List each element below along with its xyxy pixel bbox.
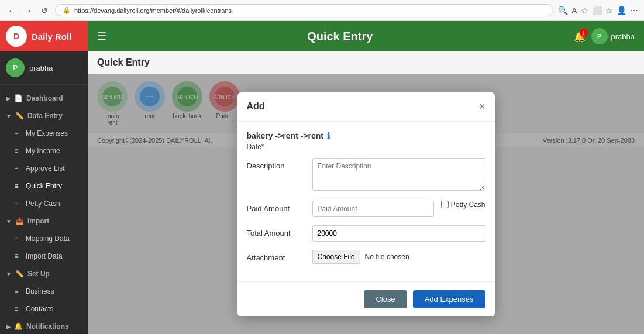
paid-amount-control xyxy=(312,201,434,217)
page-title: Quick Entry xyxy=(97,57,635,68)
sidebar-sub-data-entry: ≡ My Expenses ≡ My Income ≡ Approve List… xyxy=(0,125,88,212)
dialog-breadcrumb: bakery ->rent ->rent ℹ xyxy=(247,131,485,140)
header-right: 🔔 1 P prabha xyxy=(574,28,635,44)
header-username: prabha xyxy=(611,32,635,41)
menu-icon[interactable]: ⋯ xyxy=(630,6,638,15)
list-icon2: ≡ xyxy=(12,147,21,155)
info-icon[interactable]: ℹ xyxy=(327,131,330,140)
list-icon9: ≡ xyxy=(12,305,21,313)
paid-amount-label: Paid Amount xyxy=(247,201,305,213)
description-input[interactable] xyxy=(312,158,485,191)
total-amount-control xyxy=(312,225,485,242)
notification-badge: 1 xyxy=(580,29,588,37)
attachment-row: Choose File No file chosen xyxy=(312,250,409,264)
sidebar-item-my-income[interactable]: ≡ My Income xyxy=(5,142,88,160)
sidebar-item-business[interactable]: ≡ Business xyxy=(5,283,88,300)
list-icon3: ≡ xyxy=(12,164,21,173)
notification-icon: 🔔 xyxy=(14,322,23,330)
description-control xyxy=(312,158,485,192)
sidebar-group-data-entry[interactable]: ▼ ✏️ Data Entry xyxy=(0,107,88,125)
date-label: Date* xyxy=(247,143,485,151)
sidebar-item-contacts[interactable]: ≡ Contacts xyxy=(5,300,88,318)
sidebar-label-approve-list: Approve List xyxy=(26,164,65,173)
header-notification[interactable]: 🔔 1 xyxy=(574,31,586,42)
total-amount-label: Total Amount xyxy=(247,225,305,237)
user-avatar: P xyxy=(6,58,25,77)
sidebar-item-import-data[interactable]: ≡ Import Data xyxy=(5,247,88,265)
add-expenses-button[interactable]: Add Expenses xyxy=(413,290,485,308)
header-menu-icon[interactable]: ☰ xyxy=(97,30,106,43)
sidebar-item-quick-entry[interactable]: ≡ Quick Entry xyxy=(5,177,88,195)
petty-cash-label[interactable]: Petty Cash xyxy=(441,201,485,209)
dialog-close-button[interactable]: × xyxy=(479,101,485,113)
page-header: Quick Entry xyxy=(88,51,644,74)
form-row-attachment: Attachment Choose File No file chosen xyxy=(247,250,485,264)
chevron-down-icon: ▼ xyxy=(6,113,12,119)
attachment-label: Attachment xyxy=(247,250,305,262)
forward-button[interactable]: → xyxy=(22,5,34,16)
sidebar-sub-import: ≡ Mapping Data ≡ Import Data xyxy=(0,230,88,265)
profile-icon[interactable]: 👤 xyxy=(617,6,626,15)
sidebar-item-approve-list[interactable]: ≡ Approve List xyxy=(5,160,88,177)
no-file-text: No file chosen xyxy=(365,253,409,261)
edit-icon: ✏️ xyxy=(15,112,24,120)
browser-bar: ← → ↺ 🔒 https://devang.dailyroll.org/mem… xyxy=(0,0,644,21)
star-icon[interactable]: ☆ xyxy=(581,6,588,15)
chevron-right-icon2: ▶ xyxy=(6,323,11,330)
chevron-down-icon2: ▼ xyxy=(6,218,12,225)
reader-icon[interactable]: 𝖠 xyxy=(571,6,577,15)
sidebar-label-quick-entry: Quick Entry xyxy=(26,182,62,190)
list-icon5: ≡ xyxy=(12,199,21,208)
sidebar-item-notifications[interactable]: ▶ 🔔 Notifications xyxy=(0,318,88,334)
petty-cash-checkbox[interactable] xyxy=(441,201,449,208)
sidebar-label-import-data: Import Data xyxy=(26,252,63,260)
sidebar-label-dashboard: Dashboard xyxy=(26,94,63,102)
setup-icon: ✏️ xyxy=(15,270,24,278)
list-icon: ≡ xyxy=(12,129,21,137)
sidebar-label-my-income: My Income xyxy=(26,147,60,155)
description-label: Description xyxy=(247,158,305,170)
list-icon7: ≡ xyxy=(12,252,21,260)
logo-icon: D xyxy=(6,26,27,47)
list-icon4: ≡ xyxy=(12,182,21,190)
lock-icon: 🔒 xyxy=(63,6,71,14)
total-amount-input[interactable] xyxy=(312,225,485,242)
content-area: ABN ICM roomrent ≡≡≡ rent ABN ICM book..… xyxy=(88,74,644,334)
sidebar-group-import[interactable]: ▼ 📥 Import xyxy=(0,212,88,230)
dialog-body: bakery ->rent ->rent ℹ Date* Description… xyxy=(237,122,495,281)
bookmark-icon[interactable]: 🔍 xyxy=(558,6,568,15)
dialog-title: Add xyxy=(247,101,265,112)
sidebar-item-petty-cash[interactable]: ≡ Petty Cash xyxy=(5,195,88,212)
sidebar-group-setup[interactable]: ▼ ✏️ Set Up xyxy=(0,265,88,283)
sidebar-item-dashboard[interactable]: ▶ 📄 Dashboard xyxy=(0,89,88,107)
close-dialog-button[interactable]: Close xyxy=(364,290,407,308)
form-row-description: Description xyxy=(247,158,485,192)
chevron-right-icon: ▶ xyxy=(6,95,11,102)
doc-icon: 📄 xyxy=(14,94,23,102)
back-button[interactable]: ← xyxy=(6,5,18,16)
sidebar-label-contacts: Contacts xyxy=(26,305,53,313)
url-text: https://devang.dailyroll.org/member/#/da… xyxy=(74,7,232,14)
breadcrumb-text: bakery ->rent ->rent xyxy=(247,131,324,140)
tab-icon[interactable]: ⬜ xyxy=(592,6,602,15)
modal-overlay: Add × bakery ->rent ->rent ℹ Date* Descr… xyxy=(88,74,644,334)
refresh-button[interactable]: ↺ xyxy=(39,5,50,16)
sidebar-label-mapping-data: Mapping Data xyxy=(26,235,70,243)
paid-amount-input[interactable] xyxy=(312,201,434,217)
sidebar-label-petty-cash: Petty Cash xyxy=(26,199,60,208)
header-avatar: P xyxy=(591,28,608,44)
choose-file-button[interactable]: Choose File xyxy=(312,250,360,264)
list-icon8: ≡ xyxy=(12,287,21,295)
list-icon6: ≡ xyxy=(12,235,21,243)
sidebar-item-my-expenses[interactable]: ≡ My Expenses xyxy=(5,125,88,142)
sidebar-item-mapping-data[interactable]: ≡ Mapping Data xyxy=(5,230,88,247)
header-title: Quick Entry xyxy=(116,30,564,43)
url-bar[interactable]: 🔒 https://devang.dailyroll.org/member/#/… xyxy=(55,4,553,16)
sidebar-label-import: Import xyxy=(27,217,49,225)
add-dialog: Add × bakery ->rent ->rent ℹ Date* Descr… xyxy=(237,92,495,316)
extension-icon[interactable]: ☆ xyxy=(605,6,613,15)
sidebar-label-setup: Set Up xyxy=(27,270,50,278)
dialog-footer: Close Add Expenses xyxy=(237,281,495,316)
sidebar-sub-setup: ≡ Business ≡ Contacts xyxy=(0,283,88,318)
user-name: prabha xyxy=(29,64,53,73)
